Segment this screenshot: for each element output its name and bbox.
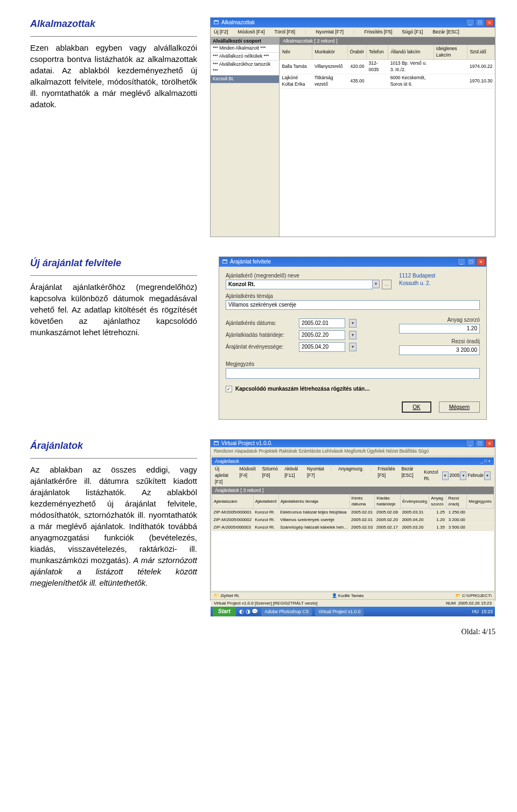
input-date2[interactable]: 2005.02.20 (299, 330, 345, 340)
toolbar-item[interactable]: Módosít [F4] (239, 466, 255, 485)
toolbar-item[interactable]: Sztornó [F8] (262, 466, 278, 485)
screenshot-arajanlat-felvitele: 🗔 Árajánlat felvitele _ □ × Ajánlatkérő … (219, 256, 487, 420)
table-row[interactable]: Lajkóné Koltai Erika Titkárság vezető 43… (280, 74, 495, 88)
cell: ZIP-M/2005/000002 (212, 516, 254, 523)
cell: 2005.03.20 (400, 523, 429, 531)
col-role[interactable]: Munkakör (312, 45, 347, 60)
col[interactable]: Ajánlatkérő (253, 495, 278, 508)
minimize-button[interactable]: _ (466, 440, 474, 447)
toolbar-item[interactable]: Nyomtat [F7] (307, 466, 324, 485)
lbl-checkbox: Kapcsolódó munkaszám létrehozása rögzíté… (235, 385, 370, 393)
input-rate[interactable]: 3 200.00 (399, 345, 480, 355)
close-button[interactable]: × (485, 440, 494, 447)
minimize-button[interactable]: _ (457, 258, 466, 266)
chevron-down-icon[interactable] (460, 471, 466, 480)
filter-year[interactable]: 2005 (450, 473, 460, 479)
col-name[interactable]: Név (280, 45, 312, 60)
toolbar-item[interactable]: Új ajánlat [F2] (215, 466, 233, 485)
col[interactable]: Érvényesség (400, 495, 429, 508)
rule (30, 36, 197, 37)
chevron-down-icon[interactable] (349, 331, 357, 339)
maximize-button[interactable]: □ (476, 440, 484, 447)
menubar[interactable]: Rendszer Alapadatok Projektek Raktárak S… (211, 447, 495, 456)
input-note[interactable] (226, 368, 480, 379)
app-icon: 🗔 (214, 19, 219, 26)
input-date1[interactable]: 2005.02.01 (299, 318, 345, 328)
status-company: ZipNet Rt. (220, 593, 240, 598)
table-row[interactable]: ZIP-M/2005/000001Konzol Rt.Elektromos há… (212, 508, 494, 516)
input-mult[interactable]: 1.20 (399, 324, 480, 334)
col-addr[interactable]: Állandó lakcím (388, 45, 434, 60)
taskbar-item[interactable]: Adobe Photoshop CS (261, 608, 312, 616)
cell: 2005.02.08 (375, 508, 401, 516)
table-row[interactable]: ZIP-A/2005/000003Konzol Rt.Számítógép há… (212, 523, 494, 531)
cell: Számítógép hálózati kábelek beh… (278, 523, 350, 531)
maximize-button[interactable]: □ (476, 19, 484, 26)
col[interactable]: Kérés dátuma (350, 495, 375, 508)
toolbar-item[interactable]: Aktivál [F11] (284, 466, 301, 485)
heading-uj-arajanlat: Új árajánlat felvitele (30, 256, 197, 270)
col[interactable]: Ajánlatkérés témája (278, 495, 350, 508)
col-dob[interactable]: Szül.idő (467, 45, 495, 60)
input-date3[interactable]: 2005.04.20 (299, 342, 345, 352)
close-button[interactable]: × (485, 19, 494, 26)
toolbar-item[interactable]: Frissítés [F5] (378, 466, 395, 485)
col-phone[interactable]: Telefon (367, 45, 388, 60)
status-path: C:\VPROJECT\ (462, 593, 492, 598)
col-rate[interactable]: Órabér (347, 45, 366, 60)
toolbar-item[interactable]: Frissítés [F5] (364, 29, 392, 36)
group-item[interactable]: *** Alvállalkozó nélküliek *** (211, 53, 279, 61)
col-addr2[interactable]: Ideiglenes Lakcím (434, 45, 467, 60)
col[interactable]: Ajánlatszám (212, 495, 254, 508)
toolbar: Új ajánlat [F2] Módosít [F4] Sztornó [F8… (212, 465, 494, 487)
cell: 3 500.00 (446, 523, 467, 531)
para-uj-arajanlat: Árajánlat ajánlatkérőhöz (megrendelőhöz)… (30, 281, 197, 338)
cell: Konzol Rt. (253, 508, 278, 516)
chevron-down-icon[interactable] (442, 471, 449, 480)
cancel-button[interactable]: Mégsem (439, 401, 480, 413)
toolbar-item[interactable]: Bezár [ESC] (432, 29, 459, 36)
col[interactable]: Kiadás határideje (375, 495, 401, 508)
taskbar-item[interactable]: Virtual Project v1.0.0 (315, 608, 364, 616)
toolbar-item[interactable]: Súgó [F1] (402, 29, 423, 36)
rule (30, 275, 197, 276)
toolbar-item[interactable]: Bezár [ESC] (401, 466, 417, 485)
checkbox-create-worknumber[interactable]: ✓ (226, 386, 232, 392)
col[interactable]: Megjegyzés (467, 495, 494, 508)
col[interactable]: Rezsi óradíj (446, 495, 467, 508)
titlebar: 🗔 Árajánlat felvitele _ □ × (219, 257, 486, 267)
table-row[interactable]: Balla Tamás Villanyszerelő 420.00 312-00… (280, 59, 495, 74)
group-item-selected[interactable]: Kecsvil Bt. (211, 75, 279, 84)
toolbar-item[interactable]: Anyagmozg. (338, 466, 364, 485)
group-item[interactable]: *** Alvállalkozókhoz tartozók *** (211, 61, 279, 75)
col[interactable]: Anyag szorzó (429, 495, 446, 508)
screenshot-alkalmazottak: 🗔 Alkalmazottak _ □ × Új [F2] Módosít [F… (210, 17, 495, 237)
list-header: Alkalmazottak [ 2 rekord ] (280, 37, 495, 45)
tray-lang[interactable]: HU (472, 609, 479, 614)
filter-client[interactable]: Konzol Rt. (424, 469, 441, 482)
chevron-down-icon[interactable] (349, 319, 357, 328)
lbl-mult: Anyag szorzó (399, 316, 480, 324)
browse-button[interactable]: … (382, 280, 392, 289)
input-subject[interactable]: Villamos szekrények cseréje (226, 300, 480, 310)
start-button[interactable]: Start (213, 607, 236, 616)
filter-month[interactable]: Február (467, 473, 484, 479)
chevron-down-icon[interactable] (349, 343, 357, 351)
ok-button[interactable]: OK (402, 401, 431, 413)
combo-requester[interactable]: Konzol Rt. (226, 280, 373, 289)
cell: ZIP-M/2005/000001 (212, 508, 254, 516)
lbl-subject: Ajánlatkérés témája (226, 293, 480, 300)
maximize-button[interactable]: □ (467, 258, 476, 266)
minimize-button[interactable]: _ (466, 19, 474, 26)
close-button[interactable]: × (477, 258, 485, 266)
toolbar-item[interactable]: Nyomtat [F7] (316, 29, 344, 36)
toolbar-item[interactable]: Módosít [F4] (238, 29, 265, 36)
table-row[interactable]: ZIP-M/2005/000002Konzol Rt.Villamos szek… (212, 516, 494, 523)
toolbar-item[interactable]: Töröl [F8] (275, 29, 296, 36)
group-item[interactable]: *** Minden Alkalmazott *** (211, 45, 279, 53)
lbl-date1: Ajánlatkérés dátuma: (226, 320, 295, 327)
chevron-down-icon[interactable] (372, 280, 380, 288)
cell: 1.35 (429, 523, 446, 531)
toolbar-item[interactable]: Új [F2] (214, 29, 228, 36)
chevron-down-icon[interactable] (484, 471, 491, 480)
